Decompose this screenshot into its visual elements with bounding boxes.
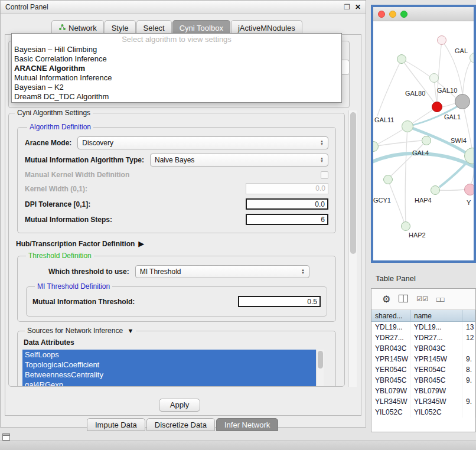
node-label: GAL1 bbox=[444, 113, 461, 120]
tab-jactivemnodules-label: jActiveMNodules bbox=[238, 24, 295, 32]
network-node[interactable] bbox=[397, 54, 406, 64]
table-row[interactable]: YER054C YER054C 8. bbox=[371, 364, 475, 375]
table-header: shared... name bbox=[371, 310, 475, 322]
cell-extra: 9. bbox=[462, 396, 475, 407]
mi-threshold-label: Mutual Information Threshold: bbox=[32, 298, 135, 306]
cell-extra: 9. bbox=[462, 354, 475, 364]
cell-shared: YBL079W bbox=[371, 386, 410, 396]
network-icon bbox=[58, 24, 66, 32]
table-row[interactable]: YDL19... YDL19... 13 bbox=[371, 322, 475, 332]
network-node[interactable] bbox=[431, 185, 440, 195]
control-panel-window: Control Panel ❐ ✕ Network bbox=[0, 0, 366, 428]
dpi-tolerance-field[interactable]: 0.0 bbox=[246, 198, 328, 210]
table-row[interactable]: YDR27... YDR27... 12 bbox=[371, 332, 475, 343]
desktop: Control Panel ❐ ✕ Network bbox=[0, 0, 476, 450]
mi-steps-row: Mutual Information Steps: 6 bbox=[25, 214, 328, 225]
which-threshold-select[interactable]: MI Threshold ▲▼ bbox=[135, 265, 309, 278]
node-label: GAL10 bbox=[437, 87, 457, 94]
network-node-selected-red[interactable] bbox=[432, 102, 442, 112]
list-scrollbar[interactable] bbox=[316, 350, 324, 387]
list-item-gal4rgexp[interactable]: gal4RGexp bbox=[22, 380, 316, 387]
table-row[interactable]: YBL079W YBL079W bbox=[371, 386, 475, 396]
table-row[interactable]: YLR345W YLR345W 9. bbox=[371, 396, 475, 407]
table-row[interactable]: YPR145W YPR145W 9. bbox=[371, 354, 475, 364]
zoom-traffic-light-icon[interactable] bbox=[400, 11, 407, 18]
network-node[interactable] bbox=[429, 73, 439, 83]
table-row[interactable]: YIL052C YIL052C bbox=[371, 407, 475, 418]
settings-scrollbar[interactable] bbox=[348, 110, 357, 387]
aracne-mode-row: Aracne Mode: Discovery ▲▼ bbox=[25, 136, 328, 149]
network-canvas[interactable]: GAL GAL80 GAL10 GAL11 GAL1 SWI4 GAL4 GCY… bbox=[373, 21, 474, 260]
tab-infer-network[interactable]: Infer Network bbox=[216, 418, 278, 431]
sources-title: Sources for Network Inference bbox=[27, 327, 123, 335]
close-icon[interactable]: ✕ bbox=[355, 3, 361, 11]
column-header-shared[interactable]: shared... bbox=[371, 310, 410, 321]
which-threshold-row: Which threshold to use: MI Threshold ▲▼ bbox=[48, 265, 309, 278]
cell-extra bbox=[462, 343, 475, 354]
mi-threshold-field[interactable]: 0.5 bbox=[238, 296, 321, 307]
apply-button[interactable]: Apply bbox=[159, 399, 200, 412]
mi-type-select[interactable]: Naive Bayes ▲▼ bbox=[150, 154, 328, 167]
network-node[interactable] bbox=[402, 120, 413, 132]
settings-scrollbar-thumb[interactable] bbox=[350, 112, 356, 254]
cyni-algorithm-settings-title: Cyni Algorithm Settings bbox=[15, 109, 93, 117]
list-item-topologicalcoefficient[interactable]: TopologicalCoefficient bbox=[22, 360, 316, 370]
table-row[interactable]: YBR045C YBR045C 9. bbox=[371, 375, 475, 386]
aracne-mode-select[interactable]: Discovery ▲▼ bbox=[77, 136, 328, 149]
table-panel-toolbar: ⚙ ☑☑ □□ bbox=[371, 289, 475, 310]
list-item-selfloops[interactable]: SelfLoops bbox=[22, 350, 316, 360]
list-item-betweennesscentrality[interactable]: BetweennessCentrality bbox=[22, 370, 316, 380]
mi-threshold-group: MI Threshold Definition Mutual Informati… bbox=[26, 282, 327, 317]
table-row[interactable]: YBR043C YBR043C bbox=[371, 343, 475, 354]
mi-type-value: Naive Bayes bbox=[155, 156, 194, 164]
tab-impute-data[interactable]: Impute Data bbox=[87, 418, 145, 431]
column-header-name[interactable]: name bbox=[410, 310, 462, 321]
threshold-definition-title: Threshold Definition bbox=[26, 252, 94, 260]
gear-icon[interactable]: ⚙ bbox=[382, 294, 390, 305]
network-window-titlebar[interactable] bbox=[373, 7, 474, 21]
cell-name: YBR045C bbox=[410, 375, 462, 386]
close-traffic-light-icon[interactable] bbox=[378, 11, 385, 18]
network-node-gal10[interactable] bbox=[455, 94, 470, 109]
node-label: GAL80 bbox=[405, 90, 425, 97]
network-node[interactable] bbox=[422, 136, 431, 145]
dropdown-item-aracne[interactable]: ARACNE Algorithm bbox=[12, 64, 341, 73]
network-node[interactable] bbox=[437, 35, 446, 45]
table-panel-title: Table Panel bbox=[376, 274, 416, 283]
dropdown-item-basic-correlation[interactable]: Basic Correlation Inference bbox=[12, 54, 341, 64]
column-header-extra[interactable] bbox=[462, 310, 475, 321]
tab-discretize-data[interactable]: Discretize Data bbox=[146, 418, 215, 431]
dropdown-item-mutual-information[interactable]: Mutual Information Inference bbox=[12, 73, 341, 83]
sources-title-row[interactable]: Sources for Network Inference ▼ bbox=[25, 327, 136, 335]
column-browser-icon[interactable] bbox=[399, 295, 408, 304]
minimize-traffic-light-icon[interactable] bbox=[389, 11, 396, 18]
tab-cyni-toolbox-label: Cyni Toolbox bbox=[180, 24, 223, 32]
network-node[interactable] bbox=[383, 175, 393, 184]
cell-shared: YLR345W bbox=[371, 396, 410, 407]
cell-shared: YDL19... bbox=[371, 322, 410, 332]
kernel-width-field[interactable]: 0.0 bbox=[246, 183, 328, 194]
window-buttons: ❐ ✕ bbox=[344, 3, 361, 11]
collapse-down-icon: ▼ bbox=[127, 327, 133, 334]
float-window-icon[interactable]: ❐ bbox=[344, 3, 350, 11]
hub-definition-label: Hub/Transcription Factor Definition bbox=[16, 240, 135, 248]
list-scrollbar-thumb[interactable] bbox=[318, 351, 323, 369]
network-node[interactable] bbox=[464, 184, 474, 195]
manual-kernel-checkbox[interactable] bbox=[321, 171, 328, 179]
data-attributes-label: Data Attributes bbox=[24, 338, 331, 347]
select-all-checkboxes-icon[interactable]: ☑☑ bbox=[416, 295, 428, 303]
cell-name: YPR145W bbox=[410, 354, 462, 364]
stepper-arrows-icon: ▲▼ bbox=[317, 140, 324, 146]
mi-threshold-row: Mutual Information Threshold: 0.5 bbox=[32, 296, 321, 307]
mi-steps-field[interactable]: 6 bbox=[246, 214, 328, 225]
manual-kernel-label: Manual Kernel Width Definition bbox=[25, 171, 129, 179]
hub-definition-toggle[interactable]: Hub/Transcription Factor Definition ▶ bbox=[16, 239, 338, 248]
tab-network-label: Network bbox=[69, 24, 97, 32]
cell-name: YLR345W bbox=[410, 396, 462, 407]
dropdown-item-bayesian-hill-climbing[interactable]: Bayesian – Hill Climbing bbox=[12, 45, 341, 54]
deselect-all-checkboxes-icon[interactable]: □□ bbox=[436, 296, 444, 303]
dropdown-item-bayesian-k2[interactable]: Bayesian – K2 bbox=[12, 83, 341, 92]
dropdown-item-dream8[interactable]: Dream8 DC_TDC Algorithm bbox=[12, 92, 341, 102]
network-node[interactable] bbox=[401, 221, 410, 231]
sources-group: Sources for Network Inference ▼ Data Att… bbox=[17, 327, 336, 387]
